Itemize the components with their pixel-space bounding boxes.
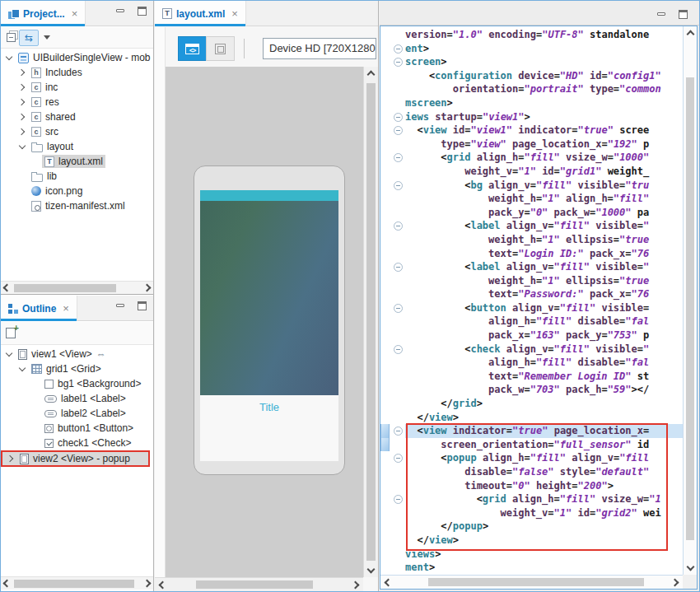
- code-line[interactable]: weight_v="1" id="grid2" wei: [380, 506, 683, 520]
- tree-item-cell[interactable]: label1 <Label>: [42, 392, 128, 405]
- canvas-vertical-scrollbar[interactable]: [363, 67, 378, 577]
- tree-item-bg1[interactable]: bg1 <Background>: [1, 376, 153, 391]
- code-line[interactable]: screen_orientation="full_sensor" id: [380, 438, 683, 452]
- outline-horizontal-scrollbar[interactable]: [1, 576, 153, 590]
- code-line[interactable]: text="Password:" pack_x="76: [380, 287, 683, 301]
- tree-item-label1[interactable]: label1 <Label>: [1, 391, 153, 406]
- device-selector[interactable]: Device HD [720X1280: I: [263, 38, 376, 59]
- scroll-right-icon[interactable]: [143, 284, 152, 292]
- expander-open-icon[interactable]: [4, 52, 16, 63]
- scrollbar-thumb[interactable]: [428, 578, 644, 586]
- tab-layout-xml[interactable]: layout.xml ×: [155, 1, 246, 26]
- device-preview[interactable]: Title: [194, 165, 345, 475]
- tree-item-tizen-manifest.xml[interactable]: tizen-manifest.xml: [1, 198, 153, 213]
- tree-item-includes[interactable]: Includes: [1, 65, 153, 80]
- tree-item-button1[interactable]: button1 <Button>: [1, 421, 153, 436]
- fold-collapse-icon[interactable]: [394, 454, 403, 463]
- design-view-toggle-button[interactable]: [206, 36, 235, 61]
- collapse-all-icon[interactable]: [7, 33, 16, 42]
- code-line[interactable]: timeout="0" height="200">: [380, 479, 683, 493]
- scroll-left-icon[interactable]: [159, 581, 167, 590]
- fold-collapse-icon[interactable]: [394, 58, 403, 67]
- minimize-button[interactable]: [653, 7, 670, 21]
- link-with-editor-button[interactable]: ⇆: [19, 30, 39, 46]
- add-item-icon[interactable]: [6, 328, 16, 338]
- scroll-right-icon[interactable]: [671, 579, 679, 587]
- tree-item-cell[interactable]: src: [29, 125, 61, 138]
- tree-item-cell[interactable]: bg1 <Background>: [42, 377, 143, 390]
- expander-open-icon[interactable]: [17, 141, 29, 152]
- code-line[interactable]: disable="false" style="default": [380, 465, 683, 479]
- tree-item-cell[interactable]: res: [29, 96, 62, 109]
- tree-item-cell[interactable]: label2 <Label>: [42, 407, 128, 420]
- canvas-horizontal-scrollbar[interactable]: [155, 577, 363, 591]
- code-line[interactable]: </view>: [380, 411, 683, 425]
- scrollbar-thumb[interactable]: [14, 580, 134, 588]
- code-line[interactable]: ment>: [380, 561, 683, 575]
- code-line[interactable]: version="1.0" encoding="UTF-8" standalon…: [380, 28, 683, 42]
- tab-project-explorer[interactable]: Project... ×: [1, 1, 86, 26]
- tree-item-layout[interactable]: layout: [1, 139, 153, 154]
- tree-item-res[interactable]: res: [1, 95, 153, 110]
- code-line[interactable]: </popup>: [380, 520, 683, 534]
- fold-collapse-icon[interactable]: [394, 126, 403, 135]
- tree-item-cell[interactable]: lib: [29, 170, 59, 183]
- tree-item-lib[interactable]: lib: [1, 169, 153, 184]
- code-line[interactable]: <view id="view1" indicator="true" scree: [380, 124, 683, 138]
- fold-collapse-icon[interactable]: [394, 153, 403, 162]
- tree-item-uibuildersingleview[interactable]: UIBuilderSingleView - mob: [1, 50, 153, 65]
- code-line[interactable]: pack_w="703" pack_h="59"></: [380, 383, 683, 397]
- maximize-button[interactable]: [133, 299, 150, 312]
- fold-collapse-icon[interactable]: [394, 263, 403, 272]
- tree-item-src[interactable]: src: [1, 124, 153, 139]
- code-line[interactable]: weight_h="1" ellipsis="true: [380, 233, 683, 247]
- tree-item-cell[interactable]: check1 <Check>: [42, 436, 133, 450]
- scrollbar-thumb[interactable]: [14, 284, 116, 292]
- expander-open-icon[interactable]: [4, 348, 16, 360]
- code-line[interactable]: screen>: [380, 55, 683, 69]
- close-icon[interactable]: ×: [72, 8, 78, 19]
- tree-item-inc[interactable]: inc: [1, 80, 153, 95]
- scrollbar-thumb[interactable]: [366, 83, 376, 561]
- tree-item-cell[interactable]: shared: [29, 110, 78, 124]
- tree-item-view2[interactable]: view2 <View> - popup: [1, 450, 150, 467]
- code-line[interactable]: align_h="fill" disable="fal: [380, 356, 683, 370]
- code-line[interactable]: <button align_v="fill" visible=: [380, 301, 683, 315]
- code-line[interactable]: <grid align_h="fill" vsize_w="1000": [380, 151, 683, 165]
- tree-item-cell[interactable]: inc: [29, 81, 60, 94]
- code-line[interactable]: <bg align_v="fill" visible="tru: [380, 179, 683, 193]
- code-line[interactable]: </grid>: [380, 397, 683, 411]
- minimize-button[interactable]: [112, 299, 128, 312]
- close-icon[interactable]: ×: [63, 303, 69, 314]
- fold-collapse-icon[interactable]: [394, 345, 403, 354]
- tree-item-cell[interactable]: view1 <View>: [16, 347, 95, 361]
- scroll-left-icon[interactable]: [385, 579, 393, 587]
- xml-source-editor[interactable]: version="1.0" encoding="UTF-8" standalon…: [380, 26, 698, 590]
- code-line[interactable]: weight_v="1" id="grid1" weight_: [380, 165, 683, 179]
- scroll-right-icon[interactable]: [143, 580, 152, 588]
- code-line[interactable]: text="Login ID:" pack_x="76: [380, 247, 683, 261]
- tree-item-cell[interactable]: layout.xml: [42, 155, 105, 168]
- tree-item-cell[interactable]: button1 <Button>: [42, 422, 136, 435]
- fold-collapse-icon[interactable]: [394, 44, 403, 54]
- code-line[interactable]: pack_x="163" pack_y="753" p: [380, 329, 683, 343]
- tree-item-cell[interactable]: grid1 <Grid>: [29, 362, 104, 375]
- code-line[interactable]: pack_y="0" pack_w="1000" pa: [380, 206, 683, 220]
- tree-item-grid1[interactable]: grid1 <Grid>: [1, 361, 153, 376]
- fold-collapse-icon[interactable]: [394, 304, 403, 313]
- code-line[interactable]: <label align_v="fill" visible=": [380, 260, 683, 274]
- tree-item-label2[interactable]: label2 <Label>: [1, 406, 153, 421]
- fold-collapse-icon[interactable]: [394, 113, 403, 122]
- scroll-down-icon[interactable]: [367, 566, 376, 574]
- expander-closed-icon[interactable]: [17, 82, 29, 93]
- tree-item-view1[interactable]: view1 <View>⇔: [1, 347, 153, 361]
- tree-item-icon.png[interactable]: icon.png: [1, 184, 153, 198]
- code-line[interactable]: iews startup="view1">: [380, 110, 683, 124]
- code-line[interactable]: <grid align_h="fill" vsize_w="1: [380, 492, 683, 506]
- code-line[interactable]: align_h="fill" disable="fal: [380, 315, 683, 329]
- scroll-up-icon[interactable]: [687, 30, 695, 39]
- scroll-left-icon[interactable]: [3, 580, 12, 588]
- fold-collapse-icon[interactable]: [394, 221, 403, 231]
- tab-outline[interactable]: Outline ×: [1, 296, 77, 321]
- code-line[interactable]: </view>: [380, 534, 683, 548]
